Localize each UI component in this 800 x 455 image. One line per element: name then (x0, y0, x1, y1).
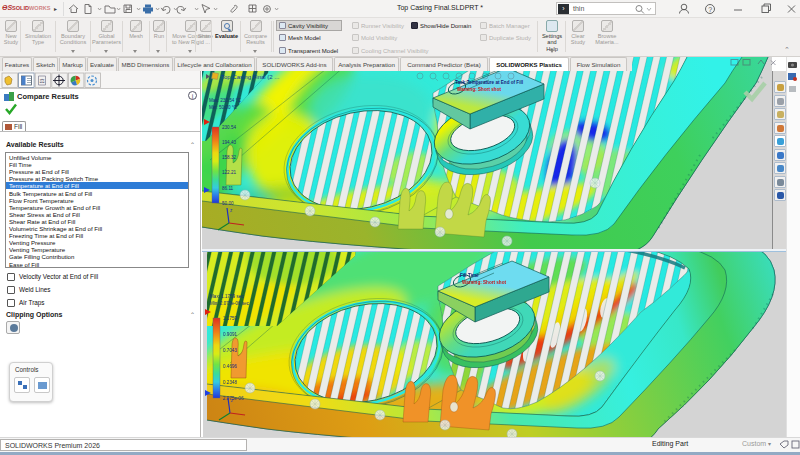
svg-text:Min: 2.075e-06 sec: Min: 2.075e-06 sec (210, 301, 250, 306)
svg-text:0.2348: 0.2348 (223, 380, 237, 385)
svg-text:⚖: ⚖ (40, 78, 45, 84)
svg-text:Fill Time: Fill Time (460, 273, 479, 278)
svg-text:Top Casing Final (2 ...: Top Casing Final (2 ... (221, 74, 280, 80)
svg-text:Min: 50.00 °C: Min: 50.00 °C (209, 105, 238, 110)
svg-text:1.1759: 1.1759 (223, 316, 237, 321)
svg-text:194.43: 194.43 (222, 140, 236, 145)
svg-text:?: ? (708, 6, 712, 13)
svg-text:Warning: Short shot: Warning: Short shot (457, 87, 501, 92)
svg-text:158.32: 158.32 (222, 155, 236, 160)
svg-text:0.7043: 0.7043 (223, 348, 237, 353)
svg-text:Warning: Short shot: Warning: Short shot (462, 280, 506, 285)
svg-text:Task:Temperature at End of Fil: Task:Temperature at End of Fill (455, 80, 523, 85)
svg-text:Max: 230.54 °C: Max: 230.54 °C (209, 98, 241, 103)
svg-text:122.21: 122.21 (222, 170, 236, 175)
svg-text:230.54: 230.54 (222, 125, 236, 130)
svg-text:50.00: 50.00 (222, 201, 234, 206)
svg-text:0.4696: 0.4696 (223, 364, 237, 369)
svg-text:0.9091: 0.9091 (223, 332, 237, 337)
svg-text:86.11: 86.11 (222, 186, 234, 191)
svg-text:Max: 1.1759 sec: Max: 1.1759 sec (210, 294, 244, 299)
svg-text:2.075e-06: 2.075e-06 (223, 396, 244, 401)
